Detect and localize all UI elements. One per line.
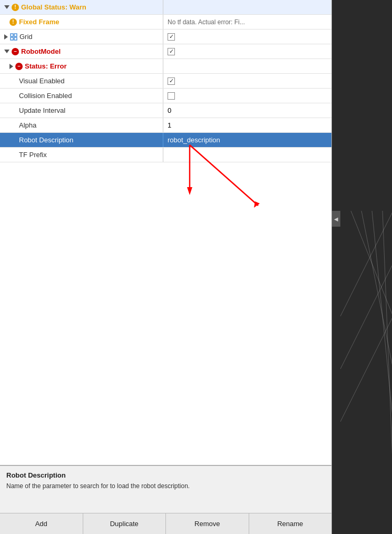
error-icon: –	[15, 63, 23, 70]
tree-row-fixed-frame[interactable]: ! Fixed Frame No tf data. Actual error: …	[0, 15, 331, 30]
row-label: Collision Enabled	[19, 92, 72, 100]
row-value: robot_description	[168, 136, 220, 144]
tree-row-global-status[interactable]: ! Global Status: Warn	[0, 0, 331, 15]
row-label: Global Status: Warn	[21, 3, 86, 11]
grid-icon	[10, 33, 17, 41]
svg-rect-2	[11, 37, 13, 40]
description-text: Name of the parameter to search for to l…	[6, 481, 325, 491]
duplicate-button[interactable]: Duplicate	[83, 513, 166, 534]
checkbox-grid[interactable]	[168, 33, 175, 41]
error-icon: –	[12, 48, 19, 55]
tree-row-alpha[interactable]: Alpha 1	[0, 118, 331, 133]
row-label: Robot Description	[19, 136, 73, 144]
checkbox-collision-enabled[interactable]	[168, 92, 175, 100]
description-title: Robot Description	[6, 471, 325, 479]
row-label: Fixed Frame	[19, 18, 60, 26]
tree-row-update-interval[interactable]: Update Interval 0	[0, 103, 331, 118]
row-label: Visual Enabled	[19, 77, 65, 85]
row-label: Update Interval	[19, 106, 65, 114]
collapse-tab[interactable]: ◀	[332, 211, 340, 227]
expand-icon	[4, 5, 9, 9]
description-panel: Robot Description Name of the parameter …	[0, 465, 331, 513]
checkbox-visual-enabled[interactable]	[168, 77, 175, 85]
svg-rect-1	[14, 34, 17, 36]
grid-canvas	[340, 0, 392, 534]
tree-row-status-error[interactable]: – Status: Error	[0, 59, 331, 74]
svg-line-8	[340, 211, 392, 316]
checkbox-robotmodel[interactable]	[168, 48, 175, 55]
property-tree[interactable]: ! Global Status: Warn ! Fixed Frame No t…	[0, 0, 331, 465]
svg-line-13	[372, 211, 392, 422]
add-button[interactable]: Add	[0, 513, 83, 534]
expand-icon	[9, 64, 13, 69]
remove-button[interactable]: Remove	[166, 513, 249, 534]
tree-row-robot-description[interactable]: Robot Description robot_description	[0, 133, 331, 148]
tree-row-tf-prefix[interactable]: TF Prefix	[0, 148, 331, 162]
tree-row-collision-enabled[interactable]: Collision Enabled	[0, 89, 331, 103]
rename-button[interactable]: Rename	[249, 513, 332, 534]
viewport-panel: ◀	[332, 0, 392, 534]
warn-icon: !	[9, 18, 17, 26]
row-value: 0	[168, 106, 171, 114]
row-label: Status: Error	[25, 62, 66, 70]
tree-row-grid[interactable]: Grid	[0, 30, 331, 44]
expand-icon	[4, 50, 9, 53]
svg-line-14	[383, 211, 392, 474]
row-label: TF Prefix	[19, 151, 47, 159]
row-value: 1	[168, 121, 171, 129]
tree-row-robot-model[interactable]: – RobotModel	[0, 44, 331, 59]
collapse-icon: ◀	[334, 216, 338, 222]
svg-line-12	[361, 211, 392, 369]
warn-icon: !	[12, 4, 19, 11]
svg-rect-0	[11, 34, 13, 36]
tree-row-visual-enabled[interactable]: Visual Enabled	[0, 74, 331, 89]
row-label: Grid	[19, 33, 33, 41]
expand-icon	[4, 34, 8, 40]
svg-line-9	[340, 264, 392, 369]
button-bar: Add Duplicate Remove Rename	[0, 513, 331, 534]
svg-rect-3	[14, 37, 17, 40]
row-label: RobotModel	[21, 47, 61, 55]
row-value: No tf data. Actual error: Fi...	[168, 18, 245, 26]
row-label: Alpha	[19, 121, 36, 129]
